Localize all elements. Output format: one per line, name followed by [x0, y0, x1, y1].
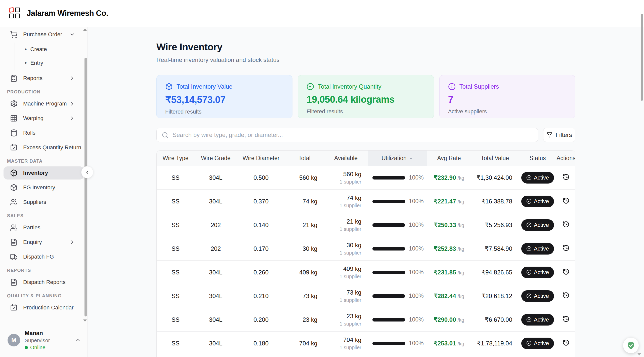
column-header-wire-type[interactable]: Wire Type — [157, 151, 194, 166]
sidebar-item-parties[interactable]: Parties — [4, 221, 84, 234]
cell-wire-type: PB — [157, 355, 194, 357]
sidebar-item-suppliers[interactable]: Suppliers — [4, 196, 84, 209]
user-menu[interactable]: M Manan Supervisor Online — [0, 323, 88, 357]
search-input[interactable] — [172, 131, 533, 139]
sidebar-item-enquiry[interactable]: Enquiry — [4, 236, 84, 249]
utilization-bar — [372, 318, 405, 322]
history-button[interactable] — [563, 221, 570, 228]
column-header-actions[interactable]: Actions — [556, 151, 575, 166]
supplier-count: 1 supplier — [324, 274, 361, 279]
column-header-avg-rate[interactable]: Avg Rate — [427, 151, 471, 166]
utilization-percent: 100% — [409, 198, 424, 205]
cell-wire-type: SS — [157, 332, 194, 355]
column-header-total-value[interactable]: Total Value — [471, 151, 519, 166]
cell-wire-diameter: 0.180 — [237, 332, 285, 355]
cell-avg-rate: ₹359.96/kg — [427, 355, 471, 357]
total-value-amount: ₹94,826.65 — [482, 269, 512, 276]
cell-status: Active — [519, 237, 556, 261]
scroll-down-arrow[interactable] — [637, 353, 641, 355]
utilization-bar — [372, 176, 405, 180]
avg-rate-value: ₹232.90 — [434, 174, 456, 181]
sidebar-section-reports: REPORTS — [7, 268, 84, 273]
sidebar-scrollbar-thumb[interactable] — [84, 58, 87, 316]
column-header-total[interactable]: Total — [285, 151, 324, 166]
column-header-label: Actions — [556, 155, 575, 161]
sidebar-item-dispatch-reports[interactable]: Dispatch Reports — [4, 276, 84, 289]
column-header-wire-grade[interactable]: Wire Grade — [194, 151, 237, 166]
available-quantity: 23 kg — [324, 313, 361, 320]
total-value-amount: ₹1,78,119.04 — [477, 340, 512, 347]
supplier-count: 1 supplier — [324, 203, 361, 208]
history-button[interactable] — [563, 339, 570, 346]
utilization-percent: 100% — [409, 293, 424, 299]
utilization-percent: 100% — [409, 340, 424, 347]
company-title: Jalaram Wiremesh Co. — [27, 9, 108, 18]
sidebar-item-label: Reports — [23, 75, 69, 82]
check-circle-icon — [307, 83, 314, 90]
status-badge: Active — [521, 243, 554, 255]
package-icon — [10, 184, 18, 191]
sidebar-item-excess-quantity-return[interactable]: Excess Quantity Return — [4, 141, 84, 154]
available-quantity: 30 kg — [324, 242, 361, 249]
stat-card-total-inventory-quantity: Total Inventory Quantity 19,050.64 kilog… — [298, 75, 434, 118]
sidebar-item-label: Create — [30, 46, 47, 53]
history-button[interactable] — [563, 244, 570, 252]
status-label: Active — [534, 174, 549, 181]
sidebar-scroll-down-arrow[interactable] — [83, 319, 87, 322]
history-button[interactable] — [563, 268, 570, 275]
history-button[interactable] — [563, 292, 570, 299]
sidebar-item-entry[interactable]: •Entry — [15, 56, 84, 70]
supplier-count: 1 supplier — [324, 321, 361, 327]
cell-actions — [556, 261, 575, 284]
column-header-status[interactable]: Status — [519, 151, 556, 166]
column-header-wire-diameter[interactable]: Wire Diameter — [237, 151, 285, 166]
history-button[interactable] — [563, 173, 570, 181]
history-button[interactable] — [563, 315, 570, 323]
sidebar-item-machine-program[interactable]: Machine Program — [4, 97, 84, 110]
history-button[interactable] — [563, 197, 570, 204]
column-header-available[interactable]: Available — [324, 151, 368, 166]
avg-rate-unit: /kg — [458, 223, 464, 228]
sidebar-scroll-up-arrow[interactable] — [83, 28, 87, 31]
sidebar-item-warping[interactable]: Warping — [4, 112, 84, 125]
sidebar-item-inventory[interactable]: Inventory — [4, 166, 84, 180]
filters-button[interactable]: Filters — [543, 128, 575, 142]
wire-grade-value: 304L — [209, 174, 222, 181]
sidebar-item-purchase-order[interactable]: Purchase Order — [4, 28, 84, 41]
sidebar-item-fg-inventory[interactable]: FG Inventory — [4, 181, 84, 194]
cell-avg-rate: ₹231.85/kg — [427, 261, 471, 284]
avg-rate-unit: /kg — [458, 246, 464, 252]
cell-utilization: 100% — [368, 213, 427, 237]
sidebar-collapse-button[interactable] — [81, 166, 93, 178]
avg-rate-value: ₹231.85 — [434, 269, 456, 276]
avg-rate-unit: /kg — [458, 199, 464, 204]
shield-check-icon — [626, 341, 635, 350]
clipboard-icon — [10, 75, 18, 82]
avg-rate-unit: /kg — [458, 341, 464, 346]
adblock-shield-badge[interactable] — [623, 338, 639, 353]
sidebar-item-create[interactable]: •Create — [15, 43, 84, 56]
cell-available: 45 kg1 supplier — [324, 355, 368, 357]
cell-utilization: 100% — [368, 355, 427, 357]
sidebar-item-dispatch-fg[interactable]: Dispatch FG — [4, 250, 84, 263]
app-window: Jalaram Wiremesh Co. Purchase Order•Crea… — [0, 0, 644, 357]
available-quantity: 73 kg — [324, 289, 361, 296]
sidebar-item-production-calendar[interactable]: Production Calendar — [4, 301, 84, 314]
sidebar-item-reports[interactable]: Reports — [4, 72, 84, 85]
page-scrollbar-thumb[interactable] — [641, 14, 643, 101]
sidebar-item-rolls[interactable]: Rolls — [4, 126, 84, 139]
total-value: 23 kg — [303, 316, 317, 323]
column-header-label: Wire Type — [162, 155, 188, 161]
package-icon — [10, 169, 18, 177]
check-circle-icon — [526, 270, 532, 275]
cell-status: Active — [519, 355, 556, 357]
utilization-wrap: 100% — [368, 245, 427, 252]
status-badge: Active — [521, 290, 554, 302]
utilization-percent: 100% — [409, 174, 424, 181]
total-value-amount: ₹5,256.93 — [485, 222, 512, 228]
column-header-utilization[interactable]: Utilization — [368, 151, 427, 166]
avg-rate-value: ₹290.00 — [434, 316, 456, 323]
users-icon — [10, 224, 18, 231]
utilization-bar — [372, 200, 405, 203]
status-label: Active — [534, 222, 549, 228]
